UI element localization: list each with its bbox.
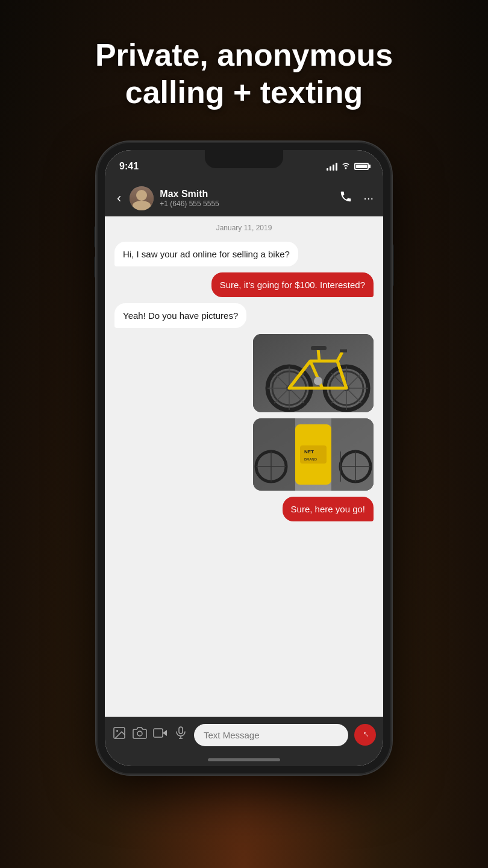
message-row: Sure, here you go! <box>114 497 374 521</box>
camera-button[interactable] <box>133 726 147 744</box>
message-row <box>114 334 374 412</box>
image-bubble <box>253 334 374 412</box>
message-row: Hi, I saw your ad online for selling a b… <box>114 242 374 266</box>
video-button[interactable] <box>153 726 167 744</box>
svg-point-24 <box>314 377 322 385</box>
gallery-button[interactable] <box>112 726 127 744</box>
message-bubble: Hi, I saw your ad online for selling a b… <box>114 242 298 266</box>
svg-rect-44 <box>154 729 163 737</box>
message-row: NET BRAND <box>114 418 374 491</box>
message-bubble: Sure, it's going for $100. Interested? <box>211 272 374 297</box>
bike-image-2: NET BRAND <box>253 418 374 491</box>
header-actions: ··· <box>339 190 374 206</box>
input-area: ↑ <box>105 717 383 753</box>
message-row: Yeah! Do you have pictures? <box>114 303 374 328</box>
date-label: January 11, 2019 <box>105 216 383 237</box>
image-bubble: NET BRAND <box>253 418 374 491</box>
svg-line-20 <box>318 349 319 361</box>
contact-avatar <box>130 186 154 210</box>
send-icon: ↑ <box>360 729 371 740</box>
home-bar <box>208 758 280 761</box>
svg-point-41 <box>116 730 118 732</box>
back-button[interactable]: ‹ <box>114 188 124 209</box>
phone-notch <box>205 150 283 168</box>
more-icon[interactable]: ··· <box>363 191 374 205</box>
spacer <box>114 527 374 648</box>
phone-mockup: 9:41 <box>96 142 392 775</box>
text-message-input[interactable] <box>194 724 348 746</box>
message-row: Sure, it's going for $100. Interested? <box>114 272 374 297</box>
power-button <box>392 244 394 286</box>
contact-name: Max Smith <box>160 189 333 200</box>
status-time: 9:41 <box>119 161 139 172</box>
battery-icon <box>354 163 369 170</box>
svg-rect-45 <box>179 727 183 734</box>
message-bubble: Sure, here you go! <box>283 497 374 521</box>
svg-point-42 <box>137 731 142 736</box>
svg-text:BRAND: BRAND <box>304 458 318 461</box>
svg-marker-43 <box>163 730 167 736</box>
signal-icon <box>327 162 337 171</box>
svg-rect-21 <box>311 346 327 350</box>
wifi-icon <box>341 161 351 171</box>
send-button[interactable]: ↑ <box>354 724 376 746</box>
phone-screen: 9:41 <box>105 150 383 766</box>
contact-info: Max Smith +1 (646) 555 5555 <box>160 189 333 208</box>
svg-text:NET: NET <box>304 449 314 454</box>
bike-image-1 <box>253 334 374 412</box>
messages-area: Hi, I saw your ad online for selling a b… <box>105 237 383 717</box>
call-icon[interactable] <box>339 190 352 206</box>
page-title: Private, anonymous calling + texting <box>59 36 429 112</box>
home-indicator <box>105 753 383 766</box>
contact-phone: +1 (646) 555 5555 <box>160 200 333 208</box>
mic-button[interactable] <box>174 726 188 744</box>
chat-header: ‹ Max Smith +1 (646) 555 5555 ··· <box>105 180 383 216</box>
message-bubble: Yeah! Do you have pictures? <box>114 303 246 328</box>
status-icons <box>327 161 369 171</box>
